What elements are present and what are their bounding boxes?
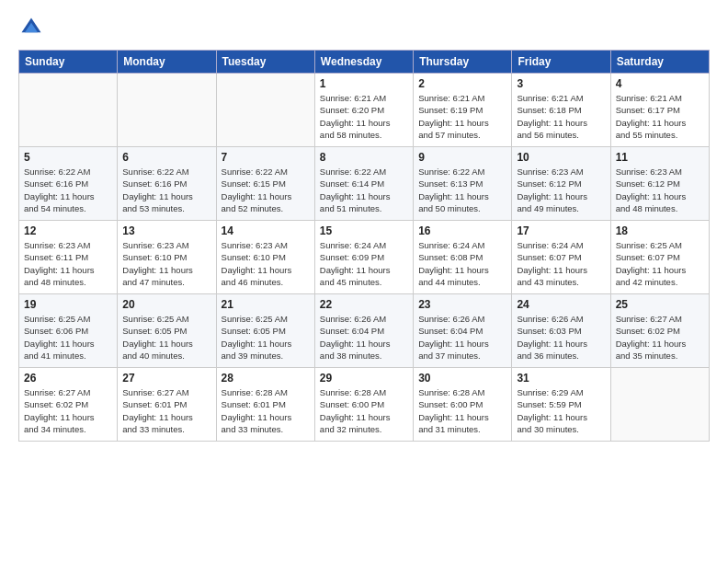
logo: [18, 15, 48, 40]
day-info: Sunrise: 6:27 AM Sunset: 6:02 PM Dayligh…: [24, 386, 112, 435]
day-number: 30: [418, 372, 506, 385]
day-number: 7: [222, 151, 310, 164]
day-number: 6: [122, 151, 210, 164]
calendar-cell: 21Sunrise: 6:25 AM Sunset: 6:05 PM Dayli…: [216, 294, 314, 368]
calendar-cell: 12Sunrise: 6:23 AM Sunset: 6:11 PM Dayli…: [19, 221, 118, 294]
day-info: Sunrise: 6:21 AM Sunset: 6:19 PM Dayligh…: [418, 92, 506, 141]
calendar-cell: 17Sunrise: 6:24 AM Sunset: 6:07 PM Dayli…: [512, 221, 610, 294]
calendar-cell: 25Sunrise: 6:27 AM Sunset: 6:02 PM Dayli…: [610, 294, 709, 368]
day-info: Sunrise: 6:23 AM Sunset: 6:12 PM Dayligh…: [517, 166, 605, 214]
weekday-header-thursday: Thursday: [414, 51, 512, 74]
weekday-header-monday: Monday: [118, 51, 216, 74]
calendar-cell: 18Sunrise: 6:25 AM Sunset: 6:07 PM Dayli…: [610, 221, 709, 294]
day-number: 17: [517, 224, 605, 237]
day-info: Sunrise: 6:22 AM Sunset: 6:13 PM Dayligh…: [418, 166, 506, 214]
day-info: Sunrise: 6:27 AM Sunset: 6:01 PM Dayligh…: [122, 386, 210, 435]
day-number: 5: [24, 151, 112, 164]
day-number: 22: [320, 298, 408, 311]
day-info: Sunrise: 6:22 AM Sunset: 6:16 PM Dayligh…: [122, 166, 210, 214]
calendar-cell: 8Sunrise: 6:22 AM Sunset: 6:14 PM Daylig…: [314, 147, 413, 221]
day-number: 9: [418, 151, 506, 164]
day-info: Sunrise: 6:21 AM Sunset: 6:17 PM Dayligh…: [616, 92, 704, 141]
calendar-cell: [118, 74, 216, 147]
day-info: Sunrise: 6:26 AM Sunset: 6:04 PM Dayligh…: [418, 313, 506, 362]
calendar-cell: 2Sunrise: 6:21 AM Sunset: 6:19 PM Daylig…: [414, 74, 512, 147]
day-number: 10: [517, 151, 605, 164]
calendar-cell: 4Sunrise: 6:21 AM Sunset: 6:17 PM Daylig…: [610, 74, 709, 147]
day-number: 2: [418, 77, 506, 90]
day-info: Sunrise: 6:26 AM Sunset: 6:04 PM Dayligh…: [320, 313, 408, 362]
weekday-header-sunday: Sunday: [19, 51, 118, 74]
calendar-cell: 9Sunrise: 6:22 AM Sunset: 6:13 PM Daylig…: [414, 147, 512, 221]
day-number: 23: [418, 298, 506, 311]
day-number: 21: [222, 298, 310, 311]
day-info: Sunrise: 6:25 AM Sunset: 6:06 PM Dayligh…: [24, 313, 112, 362]
calendar-cell: 7Sunrise: 6:22 AM Sunset: 6:15 PM Daylig…: [216, 147, 314, 221]
day-info: Sunrise: 6:22 AM Sunset: 6:16 PM Dayligh…: [24, 166, 112, 214]
weekday-header-saturday: Saturday: [610, 51, 709, 74]
day-info: Sunrise: 6:23 AM Sunset: 6:10 PM Dayligh…: [222, 239, 310, 288]
day-number: 3: [517, 77, 605, 90]
calendar-table: SundayMondayTuesdayWednesdayThursdayFrid…: [18, 50, 710, 442]
calendar-cell: 14Sunrise: 6:23 AM Sunset: 6:10 PM Dayli…: [216, 221, 314, 294]
calendar-cell: 24Sunrise: 6:26 AM Sunset: 6:03 PM Dayli…: [512, 294, 610, 368]
day-info: Sunrise: 6:24 AM Sunset: 6:09 PM Dayligh…: [320, 239, 408, 288]
day-info: Sunrise: 6:23 AM Sunset: 6:11 PM Dayligh…: [24, 239, 112, 288]
day-info: Sunrise: 6:23 AM Sunset: 6:10 PM Dayligh…: [122, 239, 210, 288]
logo-icon: [18, 15, 44, 40]
day-info: Sunrise: 6:22 AM Sunset: 6:15 PM Dayligh…: [222, 166, 310, 214]
day-number: 28: [222, 372, 310, 385]
week-row-5: 26Sunrise: 6:27 AM Sunset: 6:02 PM Dayli…: [19, 368, 710, 442]
calendar-cell: 26Sunrise: 6:27 AM Sunset: 6:02 PM Dayli…: [19, 368, 118, 442]
day-info: Sunrise: 6:21 AM Sunset: 6:20 PM Dayligh…: [320, 92, 408, 141]
calendar-cell: 10Sunrise: 6:23 AM Sunset: 6:12 PM Dayli…: [512, 147, 610, 221]
calendar-header-row: SundayMondayTuesdayWednesdayThursdayFrid…: [19, 51, 710, 74]
day-info: Sunrise: 6:25 AM Sunset: 6:05 PM Dayligh…: [122, 313, 210, 362]
calendar-cell: 23Sunrise: 6:26 AM Sunset: 6:04 PM Dayli…: [414, 294, 512, 368]
weekday-header-tuesday: Tuesday: [216, 51, 314, 74]
day-info: Sunrise: 6:27 AM Sunset: 6:02 PM Dayligh…: [616, 313, 704, 362]
calendar-cell: [216, 74, 314, 147]
day-number: 26: [24, 372, 112, 385]
day-info: Sunrise: 6:28 AM Sunset: 6:00 PM Dayligh…: [418, 386, 506, 435]
calendar-cell: 19Sunrise: 6:25 AM Sunset: 6:06 PM Dayli…: [19, 294, 118, 368]
day-number: 4: [616, 77, 704, 90]
calendar-cell: 16Sunrise: 6:24 AM Sunset: 6:08 PM Dayli…: [414, 221, 512, 294]
weekday-header-friday: Friday: [512, 51, 610, 74]
day-info: Sunrise: 6:25 AM Sunset: 6:05 PM Dayligh…: [222, 313, 310, 362]
day-number: 14: [222, 224, 310, 237]
calendar-cell: 1Sunrise: 6:21 AM Sunset: 6:20 PM Daylig…: [314, 74, 413, 147]
calendar-cell: 31Sunrise: 6:29 AM Sunset: 5:59 PM Dayli…: [512, 368, 610, 442]
weekday-header-wednesday: Wednesday: [314, 51, 413, 74]
day-number: 16: [418, 224, 506, 237]
day-info: Sunrise: 6:29 AM Sunset: 5:59 PM Dayligh…: [517, 386, 605, 435]
day-number: 8: [320, 151, 408, 164]
day-info: Sunrise: 6:28 AM Sunset: 6:00 PM Dayligh…: [320, 386, 408, 435]
calendar-cell: 30Sunrise: 6:28 AM Sunset: 6:00 PM Dayli…: [414, 368, 512, 442]
day-info: Sunrise: 6:24 AM Sunset: 6:07 PM Dayligh…: [517, 239, 605, 288]
day-info: Sunrise: 6:23 AM Sunset: 6:12 PM Dayligh…: [616, 166, 704, 214]
calendar-cell: 13Sunrise: 6:23 AM Sunset: 6:10 PM Dayli…: [118, 221, 216, 294]
week-row-4: 19Sunrise: 6:25 AM Sunset: 6:06 PM Dayli…: [19, 294, 710, 368]
calendar-cell: 27Sunrise: 6:27 AM Sunset: 6:01 PM Dayli…: [118, 368, 216, 442]
calendar-cell: 29Sunrise: 6:28 AM Sunset: 6:00 PM Dayli…: [314, 368, 413, 442]
calendar-cell: 20Sunrise: 6:25 AM Sunset: 6:05 PM Dayli…: [118, 294, 216, 368]
day-number: 25: [616, 298, 704, 311]
calendar-cell: 6Sunrise: 6:22 AM Sunset: 6:16 PM Daylig…: [118, 147, 216, 221]
day-number: 13: [122, 224, 210, 237]
day-number: 27: [122, 372, 210, 385]
page: SundayMondayTuesdayWednesdayThursdayFrid…: [0, 0, 728, 563]
calendar-cell: 15Sunrise: 6:24 AM Sunset: 6:09 PM Dayli…: [314, 221, 413, 294]
day-number: 12: [24, 224, 112, 237]
day-number: 1: [320, 77, 408, 90]
week-row-3: 12Sunrise: 6:23 AM Sunset: 6:11 PM Dayli…: [19, 221, 710, 294]
day-info: Sunrise: 6:24 AM Sunset: 6:08 PM Dayligh…: [418, 239, 506, 288]
calendar-cell: [610, 368, 709, 442]
calendar-cell: 28Sunrise: 6:28 AM Sunset: 6:01 PM Dayli…: [216, 368, 314, 442]
day-number: 15: [320, 224, 408, 237]
day-info: Sunrise: 6:22 AM Sunset: 6:14 PM Dayligh…: [320, 166, 408, 214]
day-number: 24: [517, 298, 605, 311]
day-number: 29: [320, 372, 408, 385]
day-info: Sunrise: 6:25 AM Sunset: 6:07 PM Dayligh…: [616, 239, 704, 288]
calendar-cell: 5Sunrise: 6:22 AM Sunset: 6:16 PM Daylig…: [19, 147, 118, 221]
